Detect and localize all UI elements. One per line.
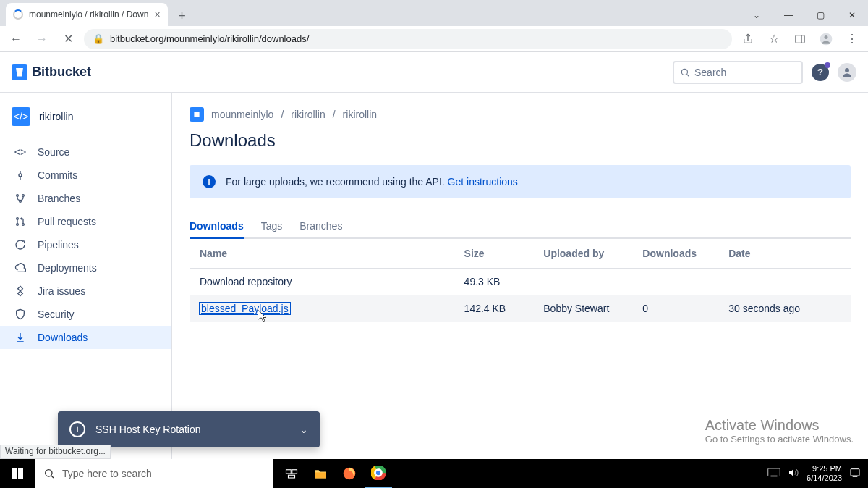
search-placeholder: Search bbox=[694, 67, 726, 78]
workspace-icon bbox=[190, 107, 204, 122]
product-name: Bitbucket bbox=[32, 64, 91, 80]
browser-titlebar: mounmeinlylo / rikirollin / Down × + ⌄ —… bbox=[0, 0, 868, 26]
task-view-icon[interactable] bbox=[278, 459, 305, 488]
sidebar: </> rikirollin <>Source Commits Branches… bbox=[0, 93, 172, 459]
taskbar-search-placeholder: Type here to search bbox=[62, 468, 152, 479]
svg-point-10 bbox=[17, 195, 19, 197]
repo-header[interactable]: </> rikirollin bbox=[0, 104, 171, 140]
url-text: bitbucket.org/mounmeinlylo/rikirollin/do… bbox=[110, 33, 309, 44]
crumb-repo[interactable]: rikirollin bbox=[343, 109, 377, 120]
col-downloads: Downloads bbox=[632, 239, 718, 269]
bitbucket-logo[interactable]: Bitbucket bbox=[12, 64, 91, 80]
svg-point-29 bbox=[375, 470, 381, 476]
file-link[interactable]: blessed_Payload.js bbox=[200, 303, 290, 314]
svg-point-18 bbox=[46, 470, 52, 476]
repo-icon: </> bbox=[12, 107, 30, 126]
search-input[interactable]: Search bbox=[673, 61, 803, 84]
bookmark-icon[interactable]: ☆ bbox=[764, 29, 784, 49]
svg-rect-32 bbox=[851, 469, 859, 476]
new-tab-button[interactable]: + bbox=[172, 6, 192, 26]
sidebar-item-branches[interactable]: Branches bbox=[0, 187, 171, 210]
start-button[interactable] bbox=[0, 459, 35, 488]
sidebar-item-jira[interactable]: Jira issues bbox=[0, 279, 171, 303]
branches-icon bbox=[13, 193, 27, 204]
bitbucket-logo-icon bbox=[12, 64, 27, 80]
sidebar-item-downloads[interactable]: Downloads bbox=[0, 326, 171, 349]
browser-status-bar: Waiting for bitbucket.org... bbox=[0, 445, 111, 459]
windows-taskbar: Type here to search 9:25 PM 6/14/2023 bbox=[0, 459, 868, 488]
cell-dl bbox=[632, 269, 718, 295]
downloads-table: Name Size Uploaded by Downloads Date Dow… bbox=[190, 239, 851, 322]
window-dropdown-icon[interactable]: ⌄ bbox=[741, 4, 773, 26]
sidebar-label: Source bbox=[38, 146, 69, 158]
chrome-icon[interactable] bbox=[365, 459, 392, 488]
sidebar-label: Security bbox=[38, 308, 75, 320]
cell-date bbox=[718, 269, 851, 295]
firefox-icon[interactable] bbox=[336, 459, 363, 488]
clock-date: 6/14/2023 bbox=[807, 474, 842, 483]
main-content: mounmeinlylo/ rikirollin/ rikirollin Dow… bbox=[172, 93, 868, 459]
cell-size: 49.3 KB bbox=[454, 269, 534, 295]
sidepanel-icon[interactable] bbox=[790, 29, 810, 49]
commits-icon bbox=[13, 169, 27, 181]
col-uploaded-by: Uploaded by bbox=[533, 239, 632, 269]
browser-tab[interactable]: mounmeinlylo / rikirollin / Down × bbox=[6, 3, 168, 26]
address-bar[interactable]: 🔒 bitbucket.org/mounmeinlylo/rikirollin/… bbox=[84, 29, 732, 49]
tray-keyboard-icon[interactable] bbox=[767, 468, 780, 479]
cell-size: 142.4 KB bbox=[454, 295, 534, 322]
ssh-text: SSH Host Key Rotation bbox=[95, 424, 201, 435]
sidebar-item-pull-requests[interactable]: Pull requests bbox=[0, 210, 171, 233]
banner-link[interactable]: Get instructions bbox=[448, 176, 518, 188]
menu-icon[interactable]: ⋮ bbox=[842, 29, 862, 49]
user-avatar[interactable] bbox=[838, 63, 856, 82]
cell-dl: 0 bbox=[632, 295, 718, 322]
svg-line-5 bbox=[687, 74, 689, 76]
sidebar-item-pipelines[interactable]: Pipelines bbox=[0, 233, 171, 256]
help-button[interactable]: ? bbox=[812, 64, 829, 81]
table-row: Download repository 49.3 KB bbox=[190, 269, 851, 295]
cell-date: 30 seconds ago bbox=[718, 295, 851, 322]
shield-icon bbox=[13, 308, 27, 320]
back-button[interactable]: ← bbox=[6, 29, 26, 49]
sidebar-label: Pipelines bbox=[38, 239, 79, 251]
forward-button[interactable]: → bbox=[32, 29, 52, 49]
profile-icon[interactable] bbox=[816, 29, 836, 49]
svg-rect-17 bbox=[194, 112, 199, 117]
close-tab-icon[interactable]: × bbox=[154, 9, 160, 20]
sidebar-label: Downloads bbox=[38, 332, 88, 343]
crumb-workspace[interactable]: mounmeinlylo bbox=[211, 109, 273, 120]
sidebar-item-commits[interactable]: Commits bbox=[0, 164, 171, 187]
source-icon: <> bbox=[13, 146, 27, 158]
sidebar-label: Deployments bbox=[38, 262, 97, 274]
crumb-project[interactable]: rikirollin bbox=[291, 109, 325, 120]
svg-rect-22 bbox=[289, 475, 295, 478]
chevron-down-icon[interactable]: ⌄ bbox=[299, 424, 308, 435]
sidebar-item-deployments[interactable]: Deployments bbox=[0, 256, 171, 279]
download-icon bbox=[13, 332, 27, 343]
svg-rect-30 bbox=[768, 468, 780, 476]
tray-notifications-icon[interactable] bbox=[849, 467, 861, 480]
tray-volume-icon[interactable] bbox=[788, 468, 799, 479]
share-icon[interactable] bbox=[738, 29, 758, 49]
file-explorer-icon[interactable] bbox=[307, 459, 334, 488]
sidebar-item-security[interactable]: Security bbox=[0, 303, 171, 326]
taskbar-search[interactable]: Type here to search bbox=[35, 459, 273, 488]
tab-tags[interactable]: Tags bbox=[261, 214, 283, 239]
ssh-notification[interactable]: i SSH Host Key Rotation ⌄ bbox=[58, 411, 320, 447]
minimize-button[interactable]: — bbox=[773, 4, 804, 26]
close-window-button[interactable]: ✕ bbox=[836, 4, 868, 26]
stop-button[interactable]: ✕ bbox=[58, 29, 78, 49]
repo-name: rikirollin bbox=[39, 111, 73, 122]
tab-branches[interactable]: Branches bbox=[299, 214, 342, 239]
download-repo-link[interactable]: Download repository bbox=[200, 276, 292, 287]
deployments-icon bbox=[13, 262, 27, 274]
tab-downloads[interactable]: Downloads bbox=[190, 214, 244, 239]
sidebar-item-source[interactable]: <>Source bbox=[0, 140, 171, 164]
sidebar-label: Pull requests bbox=[38, 216, 96, 227]
svg-rect-0 bbox=[796, 35, 804, 43]
maximize-button[interactable]: ▢ bbox=[804, 4, 836, 26]
svg-point-15 bbox=[22, 224, 25, 226]
banner-text: For large uploads, we recommend using th… bbox=[226, 176, 445, 188]
svg-point-3 bbox=[825, 35, 828, 39]
taskbar-clock[interactable]: 9:25 PM 6/14/2023 bbox=[807, 464, 842, 483]
